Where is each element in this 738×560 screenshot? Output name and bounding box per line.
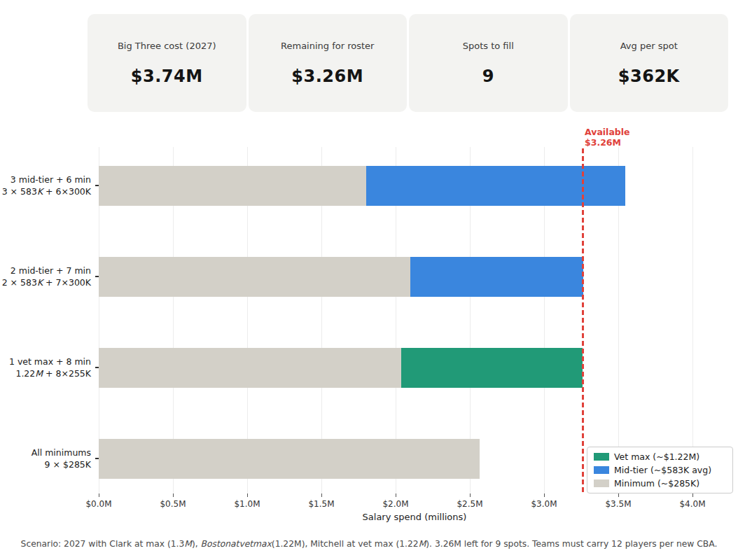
x-tick-mark [321, 493, 322, 497]
bar-segment [99, 257, 410, 297]
legend-item: Minimum (~$285K) [594, 478, 732, 489]
available-cap-refline [582, 148, 584, 493]
x-tick-label: $0.0M [85, 499, 111, 509]
y-axis-label: 2 mid-tier + 7 min2 × 583K + 7×300K [0, 265, 91, 288]
bar-segment [366, 166, 626, 206]
x-tick-mark [544, 493, 545, 497]
available-cap-label-line2: $3.26M [585, 137, 630, 148]
x-tick-label: $4.0M [679, 499, 705, 509]
gridline [692, 147, 693, 493]
bar-segment [401, 348, 583, 388]
salary-scenario-dashboard: Big Three cost (2027) $3.74M Remaining f… [0, 0, 738, 560]
stat-value: $362K [570, 66, 729, 86]
y-axis-label-line1: 3 mid-tier + 6 min [0, 174, 91, 186]
y-tick-mark [95, 185, 99, 186]
x-tick-mark [470, 493, 471, 497]
stat-value: 9 [409, 66, 568, 86]
stat-card-big-three-cost: Big Three cost (2027) $3.74M [88, 14, 246, 112]
available-cap-label: Available $3.26M [585, 127, 630, 148]
stat-label: Big Three cost (2027) [88, 41, 246, 51]
stat-card-avg-per-spot: Avg per spot $362K [570, 14, 729, 112]
available-cap-label-line1: Available [585, 127, 630, 137]
bar-segment [99, 439, 480, 479]
legend-swatch-icon [594, 466, 609, 474]
y-axis-label-line2: 2 × 583K + 7×300K [0, 276, 91, 288]
legend-item: Mid-tier (~$583K avg) [594, 465, 732, 475]
stat-card-remaining-for-roster: Remaining for roster $3.26M [249, 14, 408, 112]
y-axis-label: 3 mid-tier + 6 min3 × 583K + 6×300K [0, 174, 91, 197]
y-axis-label-line1: All minimums [0, 447, 91, 458]
stat-label: Remaining for roster [249, 41, 408, 51]
x-tick-mark [173, 493, 174, 497]
y-axis-label-line2: 3 × 583K + 6×300K [0, 186, 91, 197]
x-tick-label: $2.0M [382, 499, 408, 509]
chart-legend: Vet max (~$1.22M)Mid-tier (~$583K avg)Mi… [587, 447, 733, 493]
legend-swatch-icon [594, 453, 609, 461]
legend-label: Minimum (~$285K) [614, 478, 699, 489]
x-tick-mark [618, 493, 619, 497]
x-tick-label: $2.5M [457, 499, 482, 509]
x-tick-mark [99, 493, 99, 497]
x-tick-mark [692, 493, 693, 497]
legend-label: Mid-tier (~$583K avg) [614, 465, 711, 475]
y-tick-mark [95, 458, 99, 458]
y-axis-label: 1 vet max + 8 min1.22M + 8×255K [0, 356, 91, 379]
bar-segment [410, 257, 583, 297]
x-tick-mark [396, 493, 396, 497]
bar-segment [99, 348, 401, 388]
x-tick-label: $3.5M [605, 499, 631, 509]
y-axis-label-line2: 1.22M + 8×255K [0, 368, 91, 379]
stat-value: $3.26M [249, 66, 408, 86]
y-axis-label-line1: 2 mid-tier + 7 min [0, 265, 91, 276]
legend-swatch-icon [594, 479, 609, 487]
x-tick-label: $1.0M [234, 499, 260, 509]
y-tick-mark [95, 367, 99, 368]
stat-label: Spots to fill [409, 41, 568, 51]
y-axis-label: All minimums9 × $285K [0, 447, 91, 470]
y-tick-mark [95, 276, 99, 276]
x-axis-label: Salary spend (millions) [99, 512, 730, 522]
x-tick-label: $0.5M [160, 499, 186, 509]
y-axis-label-line1: 1 vet max + 8 min [0, 356, 91, 368]
stat-card-spots-to-fill: Spots to fill 9 [409, 14, 568, 112]
scenario-caption: Scenario: 2027 with Clark at max (1.3M),… [0, 539, 738, 549]
stat-label: Avg per spot [570, 41, 729, 51]
bar-segment [99, 166, 366, 206]
legend-item: Vet max (~$1.22M) [594, 451, 732, 462]
stat-value: $3.74M [88, 66, 246, 86]
stats-panel: Big Three cost (2027) $3.74M Remaining f… [88, 14, 728, 112]
y-axis-label-line2: 9 × $285K [0, 458, 91, 470]
x-tick-label: $3.0M [531, 499, 557, 509]
x-tick-mark [247, 493, 248, 497]
legend-label: Vet max (~$1.22M) [614, 451, 699, 462]
x-tick-label: $1.5M [308, 499, 334, 509]
